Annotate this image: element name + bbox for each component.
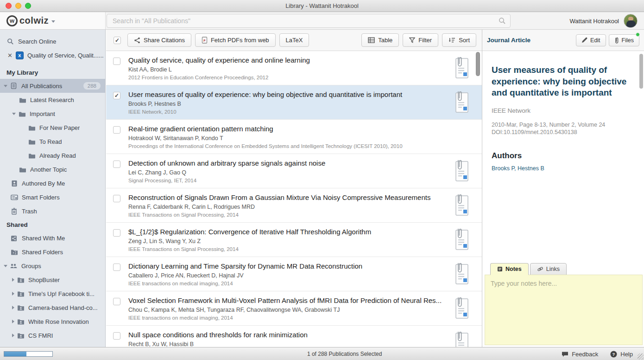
filter-icon [409,37,415,43]
sidebar-item-label: White Rose Innovation [28,318,89,325]
notes-textarea[interactable] [485,275,643,345]
publication-source: IEEE transactions on medical imaging, 20… [128,281,454,286]
disclosure-triangle-icon[interactable] [12,320,14,323]
row-checkbox[interactable] [113,161,120,168]
sidebar-item-for-new-paper[interactable]: For New Paper [0,121,105,135]
app-logo[interactable]: w colwiz [0,12,106,29]
close-window-button[interactable] [6,3,12,9]
button-label: Fetch PDFs from web [211,37,269,44]
pdf-attachment-icon[interactable] [453,90,469,114]
sidebar-item-authored-by-me[interactable]: Authored By Me [0,176,105,190]
row-checkbox[interactable] [113,298,120,305]
pdf-attachment-icon[interactable] [453,193,469,217]
sidebar-group-white-rose[interactable]: White Rose Innovation [0,315,105,328]
table-view-button[interactable]: Table [361,33,399,47]
disclosure-triangle-icon[interactable] [12,334,14,337]
fetch-pdfs-button[interactable]: P Fetch PDFs from web [195,33,276,47]
publication-row[interactable]: Dictionary Learning and Time Sparsity fo… [106,257,482,291]
pdf-page-icon: P [202,37,208,44]
sidebar-item-to-read[interactable]: To Read [0,135,105,148]
publication-source: Signal Processing, IET, 2014 [128,178,454,183]
disclosure-triangle-icon[interactable] [12,306,14,309]
disclosure-triangle-icon[interactable] [4,265,7,267]
publication-row[interactable]: Quality of service, quality of experienc… [106,51,482,85]
pdf-attachment-icon[interactable] [453,262,469,286]
edit-button[interactable]: Edit [576,34,606,46]
filter-button[interactable]: Filter [403,33,438,47]
sort-button[interactable]: Sort [442,33,476,47]
row-checkbox[interactable] [113,195,120,202]
sidebar-group-cs-fmri[interactable]: CS FMRI [0,328,105,342]
sidebar-group-times-up[interactable]: Time's Up! Facebook ti... [0,287,105,301]
help-button[interactable]: ? Help [610,351,633,358]
tab-notes[interactable]: Notes [490,263,529,275]
publication-row[interactable]: Voxel Selection Framework in Multi-Voxel… [106,291,482,326]
share-citations-button[interactable]: Share Citations [127,33,191,47]
user-menu[interactable]: Wattanit Hotrakool [570,13,638,28]
files-button[interactable]: Files [609,34,639,46]
row-checkbox[interactable] [113,332,120,340]
row-checkbox[interactable] [113,126,120,134]
saved-search-item[interactable]: ✕ x Quality of Service, Qualit...... [0,48,105,62]
group-folder-icon [17,332,25,339]
publication-authors: Caballero J, Price AN, Rueckert D, Hajna… [128,272,454,279]
sidebar-item-smart-folders[interactable]: Smart Folders [0,190,105,204]
sidebar-item-groups[interactable]: Groups [0,259,105,273]
pdf-attachment-icon[interactable] [453,159,469,183]
publication-row[interactable]: $L_{1/2}$ Regularization: Convergence of… [106,223,482,257]
disclosure-triangle-icon[interactable] [4,85,7,87]
sidebar-item-search-online[interactable]: Search Online [0,34,105,48]
row-checkbox[interactable] [113,264,120,271]
publication-row[interactable]: User measures of quality of experience: … [106,85,482,120]
pdf-attachment-icon[interactable] [453,227,469,251]
row-checkbox[interactable] [113,229,120,237]
details-scrollbar[interactable] [639,54,643,89]
details-title: User measures of quality of experience: … [492,64,632,99]
latex-button[interactable]: LaTeX [279,33,309,47]
publication-row[interactable]: Null space conditions and thresholds for… [106,326,482,347]
sidebar-item-already-read[interactable]: Already Read [0,148,105,162]
folder-icon [28,138,36,145]
sidebar-item-label: Smart Folders [22,194,60,201]
sidebar-item-shared-folders[interactable]: Shared Folders [0,245,105,259]
authors-link[interactable]: Brooks P, Hestnes B [492,165,632,172]
logo-dropdown-caret[interactable] [51,20,55,23]
tab-links[interactable]: Links [530,263,567,275]
sidebar-item-another-topic[interactable]: Another Topic [0,162,105,176]
sidebar-item-label: Trash [22,208,37,215]
resize-grip-icon[interactable] [638,354,644,360]
minimize-window-button[interactable] [15,3,21,9]
feedback-button[interactable]: Feedback [562,351,598,358]
list-scrollbar[interactable] [476,52,480,76]
publication-row[interactable]: Detection of unknown and arbitrary spars… [106,154,482,188]
publication-row[interactable]: Real-time gradient orientation pattern m… [106,120,482,154]
sidebar-item-shared-with-me[interactable]: Shared With Me [0,231,105,245]
sidebar-item-latest-research[interactable]: Latest Research [0,93,105,107]
sidebar-group-camera-based[interactable]: Camera-based Hand-co... [0,301,105,315]
remove-saved-search-icon[interactable]: ✕ [7,52,13,59]
select-all-checkbox[interactable] [114,37,121,44]
pdf-attachment-icon[interactable] [453,330,469,347]
group-folder-icon [17,290,25,297]
avatar[interactable] [624,14,638,28]
selection-status-text: 1 of 288 Publications Selected [307,351,382,357]
zoom-window-button[interactable] [25,3,31,9]
sidebar-item-all-publications[interactable]: All Publications 288 [0,79,105,93]
search-input[interactable] [107,14,511,28]
folder-icon [28,152,36,159]
disclosure-triangle-icon[interactable] [12,292,14,296]
row-checkbox[interactable] [113,58,120,65]
disclosure-triangle-icon[interactable] [12,278,14,282]
sidebar-group-shopbuster[interactable]: ShopBuster [0,273,105,287]
pdf-attachment-icon[interactable] [453,296,469,320]
details-journal: IEEE Network [492,107,632,114]
pencil-icon [581,37,587,43]
logo-text: colwiz [19,15,49,26]
row-checkbox[interactable] [113,92,120,99]
link-icon [537,266,543,272]
publication-row[interactable]: Reconstruction of Signals Drawn From a G… [106,188,482,223]
disclosure-triangle-icon[interactable] [12,113,16,115]
pdf-attachment-icon[interactable] [453,56,469,80]
sidebar-item-important[interactable]: Important [0,107,105,121]
sidebar-item-trash[interactable]: Trash [0,204,105,218]
